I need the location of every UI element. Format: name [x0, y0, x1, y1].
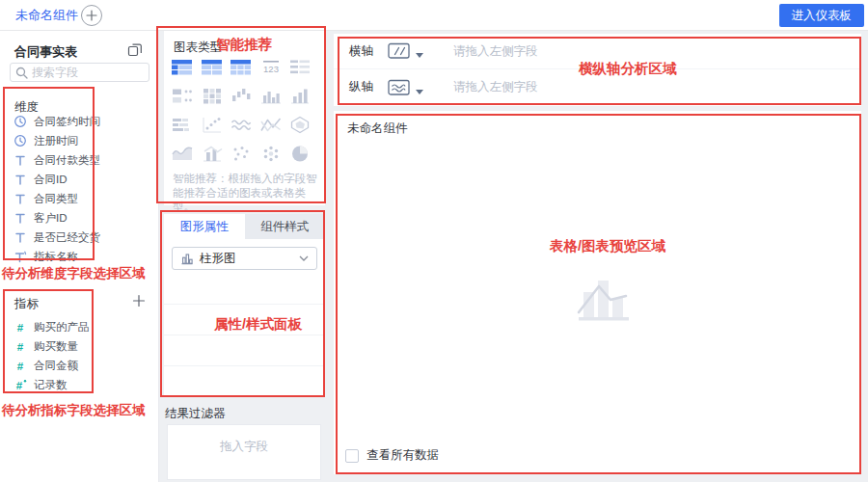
measures-header: 指标: [14, 294, 159, 312]
chart-editor-app: 未命名组件 进入仪表板 合同事实表 维度 合同签约时间 注册时间: [0, 0, 868, 482]
cross-table-icon[interactable]: [171, 58, 194, 76]
chart-placeholder-icon: [573, 268, 635, 328]
pie-icon[interactable]: [288, 145, 312, 163]
search-input[interactable]: [32, 66, 138, 79]
prop-row[interactable]: [164, 335, 325, 366]
pivot-table-icon[interactable]: [201, 58, 224, 76]
y-axis-label: 纵轴: [349, 79, 388, 95]
x-axis-row[interactable]: 横轴 请拖入左侧字段: [334, 34, 861, 69]
svg-text:#: #: [16, 380, 23, 391]
chart-type-title: 图表类型: [174, 40, 222, 56]
checkbox-unchecked-icon[interactable]: [345, 449, 359, 463]
hash-calc-icon: #: [14, 378, 27, 391]
bar-line-icon[interactable]: [201, 145, 224, 163]
prop-row[interactable]: [164, 274, 325, 305]
props-tabs: 图形属性 组件样式: [164, 214, 325, 239]
prop-row[interactable]: [164, 305, 325, 335]
switch-dataset-icon[interactable]: [127, 41, 143, 57]
dimension-field-item[interactable]: 是否已经交货: [0, 228, 159, 247]
y-axis-row[interactable]: 纵轴 请拖入左侧字段: [334, 69, 861, 105]
color-block-icon[interactable]: [201, 87, 224, 105]
dimension-field-item[interactable]: 合同签约时间: [0, 112, 159, 131]
topbar: 未命名组件 进入仪表板: [0, 0, 868, 31]
grouped-bar-icon[interactable]: [259, 87, 283, 105]
y-axis-placeholder: 请拖入左侧字段: [453, 79, 538, 95]
dimension-field-item[interactable]: 合同类型: [0, 189, 159, 208]
waterfall-icon[interactable]: [230, 87, 253, 105]
clock-icon: [14, 134, 27, 147]
kpi-board-icon[interactable]: 123: [259, 58, 283, 76]
text-icon: [14, 192, 27, 205]
svg-text:123: 123: [263, 64, 279, 74]
chart-type-panel: 图表类型 123 智能推荐：根据拖入的字段智能推荐合适的图表或表格类型。: [164, 31, 325, 205]
x-axis-placeholder: 请拖入左侧字段: [453, 43, 538, 60]
dimension-field-item[interactable]: 合同ID: [0, 170, 159, 189]
clock-icon: [14, 115, 27, 128]
measure-field-item[interactable]: # 购买数量: [0, 336, 159, 356]
measure-list: # 购买的产品 # 购买数量 # 合同金额 # 记录数: [0, 317, 159, 394]
x-axis-label: 横轴: [349, 43, 388, 60]
hash-icon: #: [14, 359, 27, 372]
component-tab[interactable]: 未命名组件: [15, 0, 78, 30]
dimension-field-item[interactable]: 客户ID: [0, 208, 159, 228]
column-icon[interactable]: [288, 87, 312, 105]
svg-text:#: #: [17, 322, 24, 334]
scatter-mini-icon[interactable]: [201, 116, 224, 134]
enter-dashboard-button[interactable]: 进入仪表板: [779, 4, 865, 27]
area-icon[interactable]: [171, 145, 194, 163]
radar-icon[interactable]: [288, 116, 312, 134]
preview-panel: 未命名组件 查看所有数据: [334, 111, 861, 474]
chart-type-dropdown[interactable]: 柱形图: [172, 247, 317, 270]
tab-graph-properties[interactable]: 图形属性: [164, 214, 245, 239]
prop-row[interactable]: [164, 366, 325, 397]
measure-field-item[interactable]: # 记录数: [0, 375, 159, 394]
result-filter-title: 结果过滤器: [165, 406, 226, 422]
text-icon: [14, 230, 27, 244]
bar-chart-icon: [180, 252, 194, 265]
svg-text:#: #: [17, 341, 24, 353]
measures-title: 指标: [14, 297, 39, 310]
dataset-name[interactable]: 合同事实表: [14, 43, 77, 61]
add-component-button[interactable]: [81, 5, 102, 26]
category-axis-icon: [388, 42, 413, 60]
flip-card-icon[interactable]: [288, 58, 312, 76]
preview-title: 未命名组件: [347, 120, 408, 137]
hash-icon: #: [14, 339, 27, 353]
axes-panel: 横轴 请拖入左侧字段 纵轴 请拖入左侧字段: [334, 34, 861, 106]
dimension-field-item[interactable]: 合同付款类型: [0, 150, 159, 170]
scatter-icon[interactable]: [230, 145, 253, 163]
dimension-field-item[interactable]: 指标名称: [0, 247, 159, 266]
field-sidebar: 合同事实表 维度 合同签约时间 注册时间 合同付款类型: [0, 31, 159, 482]
field-search[interactable]: [10, 63, 149, 82]
smart-recommend-hint: 智能推荐：根据拖入的字段智能推荐合适的图表或表格类型。: [173, 172, 319, 214]
x-axis-type-selector[interactable]: [388, 42, 423, 60]
hash-icon: #: [14, 320, 27, 334]
y-axis-type-selector[interactable]: [388, 79, 423, 96]
bubble-icon[interactable]: [259, 145, 283, 163]
view-all-data-checkbox[interactable]: 查看所有数据: [345, 447, 439, 464]
plus-icon: [86, 10, 97, 21]
chart-type-grid: 123: [171, 58, 318, 163]
dimension-list: 合同签约时间 注册时间 合同付款类型 合同ID 合同类型 客户ID: [0, 112, 159, 266]
multi-line-icon[interactable]: [230, 116, 253, 134]
text-icon: [14, 173, 27, 186]
tab-component-style[interactable]: 组件样式: [245, 214, 326, 239]
text-icon: [14, 211, 27, 225]
measure-field-item[interactable]: # 购买的产品: [0, 317, 159, 336]
caret-down-icon: [416, 90, 423, 94]
combo-line-icon[interactable]: [259, 116, 283, 134]
measure-field-item[interactable]: # 合同金额: [0, 356, 159, 375]
search-icon: [15, 67, 28, 79]
add-measure-icon[interactable]: [132, 294, 146, 308]
result-filter-dropzone[interactable]: 拖入字段: [167, 424, 321, 480]
caret-down-icon: [416, 53, 423, 58]
text-calc-icon: [14, 250, 27, 263]
kpi-tree-icon[interactable]: [171, 87, 194, 105]
chart-type-selected: 柱形图: [200, 251, 293, 267]
props-panel: 柱形图: [164, 239, 325, 397]
stacked-bar-icon[interactable]: [171, 116, 194, 134]
value-axis-icon: [388, 79, 413, 96]
text-icon: [14, 153, 27, 167]
detail-table-icon[interactable]: [230, 58, 253, 76]
dimension-field-item[interactable]: 注册时间: [0, 131, 159, 150]
